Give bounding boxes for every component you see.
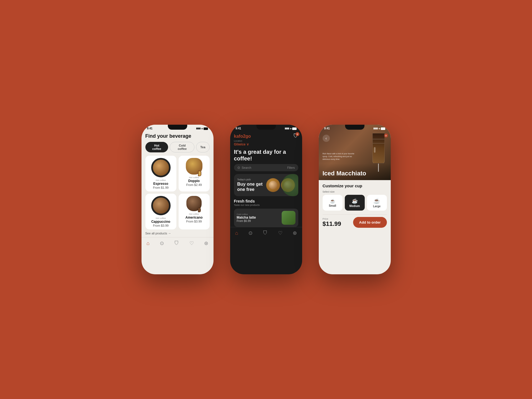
product-card-doppio[interactable]: Hot coffee Doppio From $2.49 <box>179 156 210 191</box>
size-label: Select size <box>323 190 387 193</box>
doppio-price: From $2.49 <box>186 183 202 186</box>
price-value: $11.99 <box>323 220 341 227</box>
product-grid: Hot coffee Espresso From $1.99 Hot coffe… <box>145 156 210 229</box>
size-large[interactable]: ☕ Large <box>367 195 387 211</box>
promo-text-block: Today's pick Buy one get one free <box>237 178 266 192</box>
battery-icon-3 <box>381 127 385 130</box>
see-all-link[interactable]: See all products → <box>145 229 210 237</box>
bottom-nav-1: ⌂ ⊙ ⛉ ♡ ⊛ <box>142 237 214 250</box>
espresso-image <box>151 158 171 177</box>
location-block: Location Gliwice ∨ <box>234 140 298 146</box>
size-large-label: Large <box>373 205 381 208</box>
phone-1: 9:41 ▮▮▮▮ ⌾ Find your beverage Hot coffe… <box>142 125 214 274</box>
fresh-finds-section: Fresh finds Taste our new products <box>234 199 298 206</box>
filter-tabs: Hot coffee Cold coffee Tea <box>145 142 210 152</box>
size-options: ☕ Small ☕ Medium ☕ Large <box>323 195 387 211</box>
add-to-order-button[interactable]: Add to order <box>353 217 387 228</box>
product-card-americano[interactable]: Hot coffee Americano From $3.99 <box>179 194 210 229</box>
nav-search-2[interactable]: ⊙ <box>248 230 253 236</box>
cappuccino-image <box>151 196 171 215</box>
size-small-label: Small <box>329 204 336 207</box>
fresh-finds-subtitle: Taste our new products <box>234 204 298 206</box>
wifi-icon-3: ⌾ <box>379 127 380 130</box>
doppio-category: Hot coffee <box>189 176 199 179</box>
price-block: Price $11.99 <box>323 218 341 227</box>
fresh-finds-title: Fresh finds <box>234 199 298 203</box>
product-hero-image: 9:41 ▮▮▮▮ ⌾ ‹ ⛉ 3 Iced Macchiato <box>319 125 391 180</box>
location-label: Location <box>234 140 298 142</box>
app-name-part1: kafo <box>234 134 243 139</box>
americano-price: From $3.99 <box>186 220 202 223</box>
time-2: 9:41 <box>236 127 241 130</box>
nav-heart-2[interactable]: ♡ <box>278 230 282 236</box>
battery-icon-1 <box>204 127 208 130</box>
cart-badge-2: 3 <box>295 132 299 136</box>
signal-icon-3: ▮▮▮▮ <box>373 127 378 130</box>
wifi-icon-2: ⌾ <box>290 127 291 130</box>
cappuccino-name: Cappuccino <box>151 220 170 224</box>
hero-product-title-block: Iced Macchiato <box>323 170 366 177</box>
nav-user-2[interactable]: ⊛ <box>293 230 297 236</box>
americano-category: Hot coffee <box>189 213 199 215</box>
filter-tea[interactable]: Tea <box>196 142 209 152</box>
size-medium-label: Medium <box>349 204 360 208</box>
phone-2: 9:41 ▮▮▮▮ ⌾ kafo2go ⛉ 3 Location Gliwice… <box>230 125 302 274</box>
notch-1 <box>168 125 187 130</box>
nav-home-2[interactable]: ⌂ <box>235 230 238 236</box>
matcha-image <box>282 211 295 225</box>
bottom-nav-2: ⌂ ⊙ ⛉ ♡ ⊛ <box>230 227 302 239</box>
americano-name: Americano <box>185 216 202 219</box>
nav-cart-2[interactable]: ⛉ <box>263 230 268 236</box>
filter-hot-coffee[interactable]: Hot coffee <box>145 142 168 152</box>
product-card-matcha[interactable]: Cold coffee Matcha latte From $6.99 <box>234 209 298 227</box>
large-cup-icon: ☕ <box>373 198 380 204</box>
cappuccino-category: Hot coffee <box>156 217 166 219</box>
phone-3: 9:41 ▮▮▮▮ ⌾ ‹ ⛉ 3 Iced Macchiato <box>319 125 391 274</box>
price-label: Price <box>323 218 341 220</box>
time-3: 9:41 <box>324 127 330 130</box>
status-icons-1: ▮▮▮▮ ⌾ <box>196 127 208 130</box>
customize-title: Customize your cup <box>323 183 387 188</box>
filter-cold-coffee[interactable]: Cold coffee <box>170 142 194 152</box>
filters-button[interactable]: Filters <box>287 166 295 169</box>
medium-cup-icon: ☕ <box>352 198 358 204</box>
nav-user-1[interactable]: ⊛ <box>204 240 208 246</box>
product-description-overlay: Rich flavor with a hint of your favorite… <box>323 152 359 160</box>
product-card-espresso[interactable]: Hot coffee Espresso From $1.99 <box>145 156 176 191</box>
product-description: Rich flavor with a hint of your favorite… <box>323 152 359 160</box>
promo-cup-1 <box>266 178 280 192</box>
cart-badge-3: 3 <box>384 134 388 137</box>
page-title-1: Find your beverage <box>145 133 210 139</box>
size-medium[interactable]: ☕ Medium <box>345 195 365 211</box>
size-small[interactable]: ☕ Small <box>323 195 343 211</box>
hero-text: It's a great day for a coffee! <box>234 149 298 162</box>
search-input-2[interactable] <box>242 166 286 169</box>
espresso-category: Hot coffee <box>156 179 166 181</box>
app-header: kafo2go ⛉ 3 <box>234 133 298 139</box>
hero-cart-button[interactable]: ⛉ 3 <box>319 135 387 140</box>
phone-2-content: kafo2go ⛉ 3 Location Gliwice ∨ It's a gr… <box>230 131 302 227</box>
battery-icon-2 <box>292 127 297 130</box>
status-bar-3: 9:41 ▮▮▮▮ ⌾ <box>319 125 391 131</box>
customize-section: Customize your cup Select size ☕ Small ☕… <box>319 180 391 231</box>
nav-home-1[interactable]: ⌂ <box>147 241 150 246</box>
promo-tag: Today's pick <box>237 178 266 181</box>
location-value[interactable]: Gliwice ∨ <box>234 142 298 146</box>
doppio-image <box>186 158 202 175</box>
time-1: 9:41 <box>147 127 153 130</box>
americano-image <box>186 196 202 211</box>
search-bar[interactable]: ⊙ Filters <box>234 164 298 171</box>
nav-cart-1[interactable]: ⛉ <box>174 241 179 246</box>
doppio-name: Doppio <box>188 179 200 183</box>
nav-search-1[interactable]: ⊙ <box>160 240 164 246</box>
nav-heart-1[interactable]: ♡ <box>189 240 194 246</box>
status-icons-2: ▮▮▮▮ ⌾ <box>285 127 297 130</box>
price-row: Price $11.99 Add to order <box>323 214 387 228</box>
espresso-price: From $1.99 <box>153 186 168 189</box>
notch-2 <box>256 125 276 130</box>
small-cup-icon: ☕ <box>330 198 335 204</box>
header-cart-button[interactable]: ⛉ 3 <box>293 133 298 139</box>
product-card-cappuccino[interactable]: Hot coffee Cappuccino From $3.99 <box>145 194 176 229</box>
product-name: Iced Macchiato <box>323 170 366 177</box>
promo-banner[interactable]: Today's pick Buy one get one free <box>234 174 298 196</box>
